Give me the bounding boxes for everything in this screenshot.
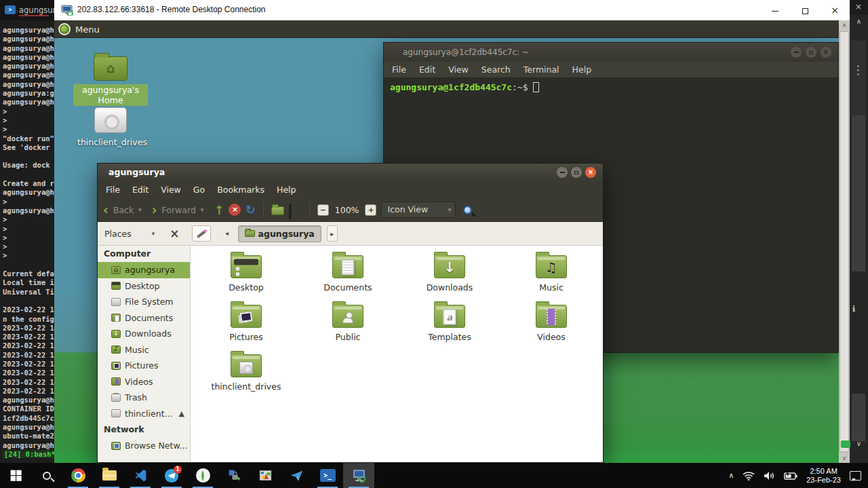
- taskbar-remote-desktop-icon[interactable]: [343, 463, 374, 488]
- rdp-minimize-button[interactable]: [760, 0, 790, 20]
- file-item-desktop[interactable]: Desktop: [205, 255, 287, 293]
- taskbar-file-explorer-icon[interactable]: [94, 463, 125, 488]
- file-item-pictures[interactable]: Pictures: [205, 305, 287, 342]
- computer-button[interactable]: [289, 205, 302, 215]
- taskbar-start-button[interactable]: [0, 463, 31, 488]
- host-terminal-window[interactable]: > agungsurya agungsurya@hagungsurya@hagu…: [0, 0, 54, 463]
- sidebar-item-desktop[interactable]: Desktop: [98, 278, 190, 295]
- eject-icon[interactable]: ▲: [179, 409, 184, 418]
- terminal-maximize-button[interactable]: [806, 47, 816, 58]
- host-terminal-tab[interactable]: > agungsurya: [0, 0, 54, 20]
- file-manager-content[interactable]: DesktopDocuments↓Downloads♫MusicPictures…: [191, 246, 603, 462]
- rdp-maximize-button[interactable]: [790, 0, 820, 20]
- sidebar-item-music[interactable]: Music: [98, 342, 190, 358]
- places-caret-icon[interactable]: ▾: [152, 230, 155, 237]
- menu-item-view[interactable]: View: [161, 185, 181, 195]
- terminal-titlebar[interactable]: agungsurya@1cf2db445c7c: ~ ×: [384, 43, 838, 62]
- scrollbar-thumb-fragment[interactable]: [852, 394, 865, 441]
- fm-minimize-button[interactable]: [557, 167, 568, 178]
- close-sidebar-button[interactable]: ×: [170, 229, 179, 238]
- sidebar-item-videos[interactable]: Videos: [98, 374, 190, 390]
- taskbar-lock-app-icon[interactable]: [218, 463, 250, 488]
- menu-item-terminal[interactable]: Terminal: [524, 64, 559, 75]
- forward-button[interactable]: Forward: [162, 205, 196, 215]
- taskbar-powershell-icon[interactable]: >_: [312, 463, 343, 488]
- places-dropdown[interactable]: Places: [104, 229, 132, 239]
- sidebar-item-pictures[interactable]: Pictures: [98, 358, 190, 374]
- forward-dropdown-caret[interactable]: ▾: [201, 206, 204, 213]
- fm-close-button[interactable]: ×: [585, 167, 596, 178]
- back-button[interactable]: Back: [113, 205, 134, 215]
- home-button[interactable]: [271, 206, 284, 215]
- tray-overflow-chevron-icon[interactable]: ∧: [728, 471, 734, 480]
- mate-menu-button[interactable]: Menu: [58, 22, 100, 37]
- fm-maximize-button[interactable]: [571, 167, 582, 178]
- sidebar-item-agungsurya[interactable]: agungsurya: [98, 262, 190, 278]
- view-mode-dropdown[interactable]: Icon View ▾: [381, 202, 456, 218]
- taskbar-chrome-icon[interactable]: [62, 463, 94, 488]
- taskbar-vscode-icon[interactable]: [125, 463, 156, 488]
- zoom-in-button[interactable]: +: [365, 204, 376, 216]
- menu-item-go[interactable]: Go: [193, 185, 205, 195]
- file-item-documents[interactable]: Documents: [307, 255, 389, 293]
- file-item-public[interactable]: Public: [307, 305, 389, 342]
- sidebar-item-trash[interactable]: Trash: [98, 390, 190, 406]
- back-chevron-icon[interactable]: ‹: [103, 204, 108, 216]
- desktop-icon-thinclient-drives[interactable]: thinclient_drives: [73, 107, 148, 148]
- sidebar-item-documents[interactable]: Documents: [98, 310, 190, 326]
- menu-item-edit[interactable]: Edit: [132, 185, 149, 195]
- battery-icon[interactable]: [784, 472, 797, 480]
- menu-item-file[interactable]: File: [106, 185, 120, 195]
- clock[interactable]: 2:50 AM 23-Feb-23: [806, 467, 841, 485]
- stop-button[interactable]: ×: [229, 204, 241, 216]
- taskbar-search-button[interactable]: [31, 463, 62, 488]
- up-button[interactable]: ↑: [214, 203, 224, 217]
- menu-item-help[interactable]: Help: [572, 64, 592, 75]
- search-icon[interactable]: [463, 206, 472, 214]
- forward-chevron-icon[interactable]: ›: [152, 204, 157, 216]
- rdp-titlebar[interactable]: 202.83.122.66:33618 - Remote Desktop Con…: [54, 0, 850, 20]
- scroll-up-icon[interactable]: ∧: [839, 22, 850, 29]
- scroll-down-icon[interactable]: ∨: [839, 455, 850, 462]
- menu-item-search[interactable]: Search: [481, 64, 511, 75]
- file-item-templates[interactable]: aTemplates: [409, 305, 490, 342]
- taskbar-screen-capture-icon[interactable]: [250, 463, 281, 488]
- file-manager-titlebar[interactable]: agungsurya ×: [98, 164, 603, 181]
- taskbar-mongodb-icon[interactable]: [187, 463, 218, 488]
- sidebar-item-browse-netw-[interactable]: Browse Netw...: [98, 438, 190, 454]
- file-item-music[interactable]: ♫Music: [511, 255, 592, 293]
- breadcrumb[interactable]: agungsurya: [238, 225, 321, 242]
- taskbar-paper-plane-icon[interactable]: [281, 463, 312, 488]
- taskbar-telegram-icon[interactable]: 1: [156, 463, 187, 488]
- file-item-downloads[interactable]: ↓Downloads: [409, 255, 490, 293]
- sidebar-item-downloads[interactable]: Downloads: [98, 326, 190, 342]
- breadcrumb-left-arrow[interactable]: ◂: [222, 225, 233, 242]
- rdp-scrollbar-thumb[interactable]: [840, 31, 849, 452]
- back-dropdown-caret[interactable]: ▾: [138, 206, 142, 213]
- scroll-up-icon[interactable]: ∧: [850, 18, 868, 25]
- action-center-icon[interactable]: [850, 471, 861, 481]
- menu-item-bookmarks[interactable]: Bookmarks: [217, 185, 264, 195]
- menu-item-file[interactable]: File: [392, 64, 406, 75]
- file-item-thinclient-drives[interactable]: thinclient_drives: [205, 354, 287, 392]
- close-icon[interactable]: ×: [855, 2, 862, 12]
- volume-icon[interactable]: [764, 471, 775, 481]
- scrollbar-thumb-fragment[interactable]: [852, 115, 865, 271]
- rdp-close-button[interactable]: ×: [820, 0, 850, 20]
- menu-item-help[interactable]: Help: [277, 185, 296, 195]
- menu-item-edit[interactable]: Edit: [419, 64, 435, 75]
- menu-item-view[interactable]: View: [448, 64, 469, 75]
- scroll-down-icon[interactable]: ∨: [850, 440, 868, 447]
- rdp-vertical-scrollbar[interactable]: ∧ ∨: [839, 20, 850, 463]
- breadcrumb-right-arrow[interactable]: ▸: [327, 225, 338, 242]
- file-item-videos[interactable]: Videos: [511, 305, 592, 342]
- sidebar-item-file-system[interactable]: File System: [98, 294, 190, 310]
- sidebar-item-thinclient-[interactable]: thinclient...▲: [98, 406, 190, 422]
- desktop-icon-home[interactable]: ⌂ agungsurya's Home: [73, 56, 148, 106]
- terminal-close-button[interactable]: ×: [821, 47, 831, 58]
- terminal-minimize-button[interactable]: [791, 47, 802, 58]
- zoom-out-button[interactable]: −: [317, 204, 329, 216]
- edit-location-button[interactable]: [192, 225, 211, 242]
- wifi-icon[interactable]: [743, 471, 755, 481]
- refresh-button[interactable]: ↻: [245, 203, 255, 217]
